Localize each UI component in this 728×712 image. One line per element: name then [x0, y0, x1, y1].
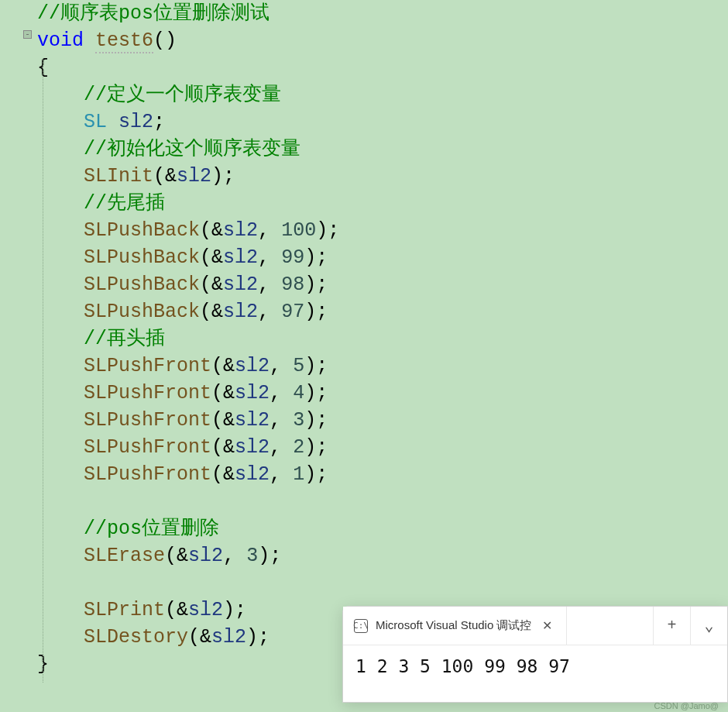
debug-tab[interactable]: C:\ Microsoft Visual Studio 调试控 ✕ [343, 607, 567, 645]
indent-guide [43, 58, 43, 683]
fn-pushback: SLPushBack [84, 219, 200, 242]
fn-erase: SLErase [84, 545, 165, 567]
tab-dropdown-button[interactable]: ⌄ [690, 607, 727, 645]
fn-pushfront: SLPushFront [84, 436, 211, 459]
tab-actions: + ⌄ [653, 607, 727, 645]
comment: //定义一个顺序表变量 [84, 84, 281, 106]
fn-slinit: SLInit [84, 165, 153, 187]
fn-pushfront: SLPushFront [84, 409, 211, 432]
comment: //顺序表pos位置删除测试 [37, 2, 270, 25]
comment: //再头插 [84, 328, 165, 350]
comment: //初始化这个顺序表变量 [84, 138, 300, 160]
fn-pushfront: SLPushFront [84, 355, 211, 377]
type-sl: SL [84, 111, 107, 133]
code-editor: //顺序表pos位置删除测试 - void test6() { //定义一个顺序… [0, 0, 728, 678]
watermark: CSDN @Jamo@ [654, 701, 719, 710]
comment: //pos位置删除 [84, 518, 219, 540]
fn-pushback: SLPushBack [84, 273, 200, 296]
comment: //先尾插 [84, 192, 165, 215]
fn-pushback: SLPushBack [84, 301, 200, 323]
new-tab-button[interactable]: + [653, 607, 690, 645]
fn-print: SLPrint [84, 599, 165, 621]
fn-pushfront: SLPushFront [84, 382, 211, 404]
var-sl2: sl2 [118, 111, 153, 133]
function-name: test6 [95, 29, 153, 53]
keyword-void: void [37, 29, 84, 52]
fn-destroy: SLDestory [84, 626, 188, 648]
fn-pushfront: SLPushFront [84, 463, 211, 486]
terminal-icon: C:\ [354, 619, 368, 633]
fn-pushback: SLPushBack [84, 246, 200, 269]
debug-titlebar: C:\ Microsoft Visual Studio 调试控 ✕ + ⌄ [343, 607, 727, 645]
fold-gutter[interactable]: - [23, 30, 33, 40]
close-icon[interactable]: ✕ [539, 617, 555, 635]
debug-console-window[interactable]: C:\ Microsoft Visual Studio 调试控 ✕ + ⌄ 1 … [342, 606, 728, 703]
debug-tab-title: Microsoft Visual Studio 调试控 [376, 618, 531, 633]
debug-output[interactable]: 1 2 3 5 100 99 98 97 [343, 645, 727, 687]
fold-minus-icon[interactable]: - [23, 30, 32, 39]
